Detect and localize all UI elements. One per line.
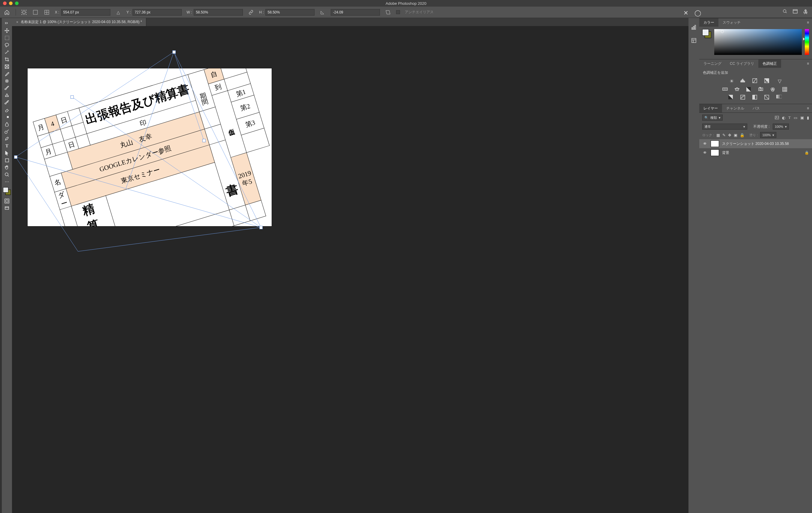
grid-icon[interactable] <box>44 9 50 16</box>
link-wh-icon[interactable] <box>248 9 254 16</box>
marquee-tool[interactable] <box>2 34 11 41</box>
tab-learning[interactable]: ラーニング <box>699 59 726 68</box>
eraser-tool[interactable] <box>2 106 11 113</box>
transform-reference-icon[interactable] <box>21 9 27 16</box>
x-input[interactable] <box>61 9 110 16</box>
levels-icon[interactable] <box>740 78 747 84</box>
balance-icon[interactable] <box>734 87 741 92</box>
path-select-tool[interactable] <box>2 149 11 156</box>
posterize-icon[interactable] <box>740 95 747 99</box>
tab-swatch[interactable]: スウォッチ <box>719 18 745 27</box>
canvas[interactable]: 月 4 日 出張報告及び精算書 期 間 自 到 <box>28 68 272 226</box>
search-icon[interactable] <box>783 9 787 14</box>
heal-tool[interactable] <box>2 77 11 85</box>
blur-tool[interactable] <box>2 121 11 128</box>
skew-icon[interactable] <box>385 9 391 16</box>
panel-menu-icon[interactable]: ≡ <box>804 61 812 66</box>
bounding-box-icon[interactable] <box>32 9 39 16</box>
w-input[interactable] <box>194 9 243 16</box>
tab-channels[interactable]: チャンネル <box>722 104 748 113</box>
lock-brush-icon[interactable]: ✎ <box>722 133 726 137</box>
home-button[interactable] <box>3 8 11 16</box>
mac-zoom-button[interactable] <box>15 1 19 5</box>
quick-mask-button[interactable] <box>2 197 11 205</box>
tab-adjust[interactable]: 色調補正 <box>758 59 781 68</box>
layer-item[interactable]: 👁 背景 🔒 <box>699 148 812 157</box>
selective-color-icon[interactable] <box>764 95 771 99</box>
hue-cursor-icon[interactable] <box>803 37 805 40</box>
channel-mixer-icon[interactable] <box>770 87 777 92</box>
photo-filter-icon[interactable] <box>758 87 765 92</box>
brightness-icon[interactable]: ☀ <box>728 78 735 84</box>
eyedropper-tool[interactable] <box>2 70 11 77</box>
history-brush-tool[interactable] <box>2 99 11 106</box>
properties-icon[interactable] <box>691 38 697 43</box>
share-icon[interactable] <box>803 9 808 14</box>
move-tool[interactable] <box>2 27 11 34</box>
lock-position-icon[interactable]: ✥ <box>728 133 731 137</box>
h-input[interactable] <box>265 9 315 16</box>
transform-handle[interactable] <box>260 226 262 229</box>
filter-shape-icon[interactable]: ▭ <box>794 115 797 120</box>
filter-smart-icon[interactable]: ▣ <box>800 115 804 120</box>
invert-icon[interactable] <box>728 95 735 99</box>
tab-close-icon[interactable]: × <box>16 20 18 24</box>
toolbar-more-icon[interactable]: ⋯ <box>2 178 11 186</box>
tab-cclib[interactable]: CC ライブラリ <box>726 59 758 68</box>
visibility-toggle-icon[interactable]: 👁 <box>702 142 708 146</box>
hand-tool[interactable] <box>2 164 11 171</box>
lasso-tool[interactable] <box>2 41 11 49</box>
vibrance-icon[interactable]: ▽ <box>776 78 783 84</box>
layer-thumbnail[interactable] <box>710 149 719 156</box>
tab-paths[interactable]: パス <box>748 104 764 113</box>
gradient-map-icon[interactable] <box>776 95 783 99</box>
transform-handle[interactable] <box>14 156 17 159</box>
visibility-toggle-icon[interactable]: 👁 <box>702 151 708 155</box>
frame-tool[interactable] <box>2 63 11 70</box>
blend-mode-select[interactable]: 通常▾ <box>702 123 747 130</box>
transform-handle[interactable] <box>173 51 175 53</box>
brush-tool[interactable] <box>2 85 11 92</box>
wand-tool[interactable] <box>2 49 11 56</box>
commit-transform-button[interactable]: ◯ <box>694 9 701 17</box>
lock-pixels-icon[interactable]: ▦ <box>716 133 720 137</box>
layer-item[interactable]: 👁 スクリーンショット 2020-04-03 10.35.58 <box>699 139 812 148</box>
histogram-icon[interactable] <box>691 25 697 30</box>
layer-filter-select[interactable]: 🔍 種類 ▾ <box>702 115 723 121</box>
lock-artboard-icon[interactable]: ▣ <box>734 133 737 137</box>
delta-icon[interactable]: △ <box>115 9 122 16</box>
fill-input[interactable]: 100%▾ <box>760 132 776 138</box>
curves-icon[interactable] <box>752 78 759 84</box>
zoom-tool[interactable] <box>2 171 11 178</box>
hue-slider[interactable] <box>805 29 809 55</box>
exposure-icon[interactable] <box>764 78 771 84</box>
filter-toggle-icon[interactable]: ▮ <box>807 115 809 120</box>
panel-menu-icon[interactable]: ≡ <box>804 106 812 110</box>
hue-icon[interactable] <box>722 87 729 92</box>
stamp-tool[interactable] <box>2 92 11 99</box>
arrange-docs-icon[interactable] <box>793 9 798 14</box>
color-swatches[interactable] <box>3 187 11 195</box>
mac-close-button[interactable] <box>3 1 7 5</box>
tab-layers[interactable]: レイヤー <box>699 104 722 113</box>
angle-input[interactable] <box>331 9 380 16</box>
filter-image-icon[interactable] <box>775 116 779 119</box>
y-input[interactable] <box>133 9 182 16</box>
mac-minimize-button[interactable] <box>9 1 12 5</box>
layer-thumbnail[interactable] <box>710 140 719 147</box>
crop-tool[interactable] <box>2 56 11 63</box>
antialias-checkbox[interactable] <box>396 10 400 14</box>
document-tab[interactable]: × 名称未設定 1 @ 100% (スクリーンショット 2020-04-03 1… <box>12 18 146 26</box>
filter-type-icon[interactable]: T <box>788 115 791 120</box>
shape-tool[interactable] <box>2 156 11 164</box>
dodge-tool[interactable] <box>2 128 11 135</box>
lock-all-icon[interactable]: 🔒 <box>740 133 745 137</box>
cancel-transform-button[interactable]: ✕ <box>684 9 689 17</box>
color-swatch-pair[interactable] <box>702 29 711 38</box>
gradient-tool[interactable] <box>2 113 11 121</box>
threshold-icon[interactable] <box>752 95 759 99</box>
color-field[interactable] <box>714 29 802 55</box>
screen-mode-button[interactable] <box>2 205 11 212</box>
type-tool[interactable]: T <box>2 142 11 149</box>
filter-adjust-icon[interactable]: ◐ <box>782 115 785 120</box>
